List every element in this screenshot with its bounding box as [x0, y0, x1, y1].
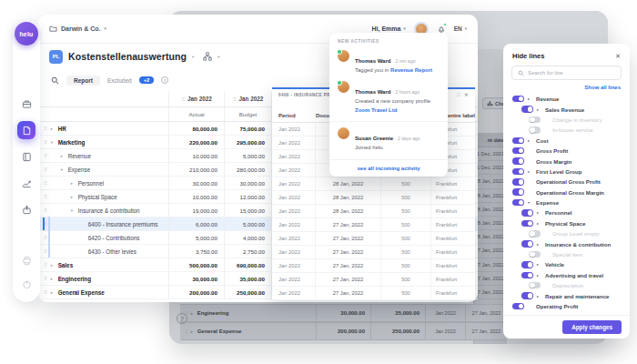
- activity-link[interactable]: Zoom Travel Ltd: [355, 107, 397, 113]
- visibility-toggle[interactable]: [512, 157, 524, 165]
- visibility-toggle[interactable]: [529, 116, 541, 124]
- page-title[interactable]: Kostenstellenauswertung: [68, 51, 187, 62]
- drag-handle-icon[interactable]: ⠿: [44, 153, 47, 158]
- expand-arrow-icon[interactable]: ▸: [537, 107, 541, 112]
- visibility-toggle[interactable]: [521, 220, 533, 228]
- drag-handle-icon[interactable]: ⠿: [233, 96, 237, 102]
- expand-arrow-icon[interactable]: ▾: [61, 167, 68, 172]
- visibility-toggle[interactable]: [521, 209, 533, 217]
- expand-arrow-icon[interactable]: ▸: [51, 290, 58, 295]
- drag-handle-icon[interactable]: ⠿: [44, 235, 47, 240]
- expand-arrow-icon[interactable]: ▸: [61, 154, 68, 158]
- close-icon[interactable]: ✕: [464, 92, 469, 97]
- visibility-toggle[interactable]: [529, 251, 541, 258]
- sidebar-item-logout[interactable]: [17, 275, 35, 293]
- drag-handle-icon[interactable]: ⠿: [44, 126, 47, 131]
- sidebar-item-reports[interactable]: [17, 121, 35, 139]
- expand-arrow-icon[interactable]: ▸: [71, 181, 78, 186]
- user-menu[interactable]: Hi, Emma ▾: [372, 25, 406, 32]
- line-toggle-item[interactable]: Gross Margin: [512, 156, 621, 166]
- notification-item[interactable]: Thomas Ward· 2 hours ago Created a new c…: [329, 78, 448, 118]
- expand-arrow-icon[interactable]: ▸: [537, 221, 541, 226]
- line-toggle-item[interactable]: Gross Profit: [512, 146, 621, 156]
- excluded-label[interactable]: Excluded: [107, 77, 132, 84]
- chevron-down-icon[interactable]: ▾: [192, 55, 194, 59]
- line-search-box[interactable]: [511, 66, 622, 80]
- line-toggle-item[interactable]: ▾ Expense: [512, 197, 621, 207]
- visibility-toggle[interactable]: [512, 178, 524, 186]
- close-icon[interactable]: ✕: [615, 53, 621, 60]
- drag-handle-icon[interactable]: ⠿: [44, 139, 47, 145]
- visibility-toggle[interactable]: [512, 96, 524, 103]
- sidebar-item-analytics[interactable]: [17, 174, 35, 192]
- excluded-count-badge[interactable]: +2: [139, 76, 155, 84]
- drag-handle-icon[interactable]: ⠿: [44, 194, 47, 199]
- line-toggle-item[interactable]: ▸ Personnel: [512, 207, 621, 217]
- visibility-toggle[interactable]: [512, 199, 524, 207]
- line-toggle-item[interactable]: Operational Gross Profit: [512, 177, 621, 187]
- line-toggle-item[interactable]: ▸ Revenue: [512, 94, 621, 104]
- line-toggle-item[interactable]: Operational Gross Margin: [512, 187, 621, 197]
- line-toggle-item[interactable]: ▸ Repair and maintenance: [512, 290, 621, 300]
- column-header-jan-budget[interactable]: ⠿ Jan 2022: [225, 91, 272, 106]
- line-toggle-item[interactable]: ▸ Cost: [512, 136, 621, 146]
- line-toggle-item[interactable]: Depreciation: [512, 280, 621, 290]
- drag-handle-icon[interactable]: ⠿: [44, 276, 47, 281]
- visibility-toggle[interactable]: [512, 188, 524, 196]
- show-all-lines-link[interactable]: Show all lines: [503, 80, 630, 93]
- expand-arrow-icon[interactable]: ▸: [71, 195, 78, 199]
- see-all-activity-link[interactable]: see all incoming activity: [329, 159, 448, 177]
- chevron-down-icon[interactable]: ▾: [217, 55, 219, 59]
- visibility-toggle[interactable]: [512, 168, 524, 176]
- expand-arrow-icon[interactable]: ▸: [528, 169, 532, 174]
- company-switcher[interactable]: Darwin & Co. ▾: [49, 25, 106, 33]
- line-toggle-item[interactable]: ▸ Advertising and travel: [512, 270, 621, 280]
- visibility-toggle[interactable]: [529, 126, 541, 134]
- visibility-toggle[interactable]: [512, 303, 524, 310]
- expand-arrow-icon[interactable]: ▸: [537, 273, 541, 278]
- line-toggle-item[interactable]: ▸ Insurance & contribution: [512, 238, 621, 248]
- drag-handle-icon[interactable]: ⠿: [44, 221, 47, 227]
- language-selector[interactable]: EN ▾: [454, 25, 467, 32]
- line-toggle-item[interactable]: In-house service: [512, 125, 621, 135]
- report-filter-chip[interactable]: Report: [66, 76, 100, 86]
- expand-arrow-icon[interactable]: ▸: [51, 263, 58, 268]
- visibility-toggle[interactable]: [521, 272, 533, 279]
- drag-handle-icon[interactable]: ⠿: [44, 248, 47, 254]
- line-toggle-item[interactable]: ▸ Sales Revenue: [512, 104, 621, 114]
- expand-arrow-icon[interactable]: ▸: [51, 277, 58, 281]
- drag-handle-icon[interactable]: ⠿: [181, 96, 185, 102]
- expand-arrow-icon[interactable]: ▸: [537, 210, 541, 215]
- line-toggle-item[interactable]: Operating Profit: [512, 301, 621, 311]
- line-toggle-item[interactable]: Special item: [512, 249, 621, 259]
- drag-handle-icon[interactable]: ⠿: [44, 289, 47, 295]
- sidebar-item-print[interactable]: [17, 251, 35, 269]
- line-toggle-item[interactable]: Group Level empty: [512, 228, 621, 238]
- drag-handle-icon[interactable]: ⠿: [44, 180, 47, 186]
- visibility-toggle[interactable]: [529, 282, 541, 289]
- expand-arrow-icon[interactable]: ▸: [528, 138, 532, 143]
- sidebar-item-briefcase[interactable]: [17, 95, 35, 113]
- line-toggle-item[interactable]: ▸ Vehicle: [512, 259, 621, 269]
- activity-link[interactable]: Revenue Report: [390, 67, 432, 73]
- expand-arrow-icon[interactable]: ▸: [528, 96, 532, 101]
- expand-arrow-icon[interactable]: ▸: [537, 242, 541, 247]
- expand-arrow-icon[interactable]: ▸: [51, 126, 58, 131]
- visibility-toggle[interactable]: [521, 106, 533, 113]
- expand-arrow-icon[interactable]: ▾: [51, 140, 58, 145]
- visibility-toggle[interactable]: [521, 240, 533, 248]
- expand-arrow-icon[interactable]: ▸: [537, 294, 541, 298]
- notification-item[interactable]: Thomas Ward· 2 min ago Tagged you in Rev…: [329, 47, 448, 78]
- apply-changes-button[interactable]: Apply changes: [562, 320, 622, 334]
- line-toggle-item[interactable]: ▸ Physical Space: [512, 218, 621, 228]
- org-structure-icon[interactable]: [203, 52, 212, 61]
- expand-arrow-icon[interactable]: ▾: [71, 208, 78, 213]
- sidebar-item-export[interactable]: [17, 200, 35, 218]
- line-toggle-item[interactable]: ▸ First Level Group: [512, 167, 621, 177]
- line-toggle-item[interactable]: Change in inventory: [512, 115, 621, 125]
- search-icon[interactable]: [51, 76, 59, 85]
- expand-arrow-icon[interactable]: ▸: [537, 262, 541, 267]
- visibility-toggle[interactable]: [529, 230, 541, 238]
- visibility-toggle[interactable]: [512, 137, 524, 145]
- drag-handle-icon[interactable]: ⠿: [44, 167, 47, 172]
